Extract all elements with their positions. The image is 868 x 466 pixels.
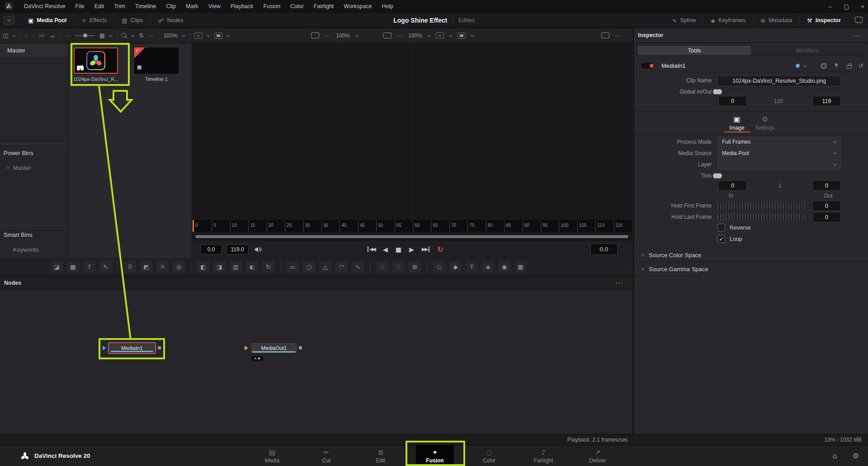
fusion-tool-icon[interactable]: ◨ [213, 261, 226, 273]
grid-view-icon[interactable]: ▦ [99, 32, 105, 39]
chevron-down-icon[interactable] [109, 33, 113, 37]
nodes-options-icon[interactable]: ··· [616, 280, 624, 286]
slider-handle-out[interactable] [713, 89, 718, 94]
fusion-tool-icon[interactable] [191, 262, 191, 273]
more-options-icon[interactable]: ··· [615, 32, 621, 39]
chevron-down-icon[interactable] [131, 33, 135, 37]
panel-toggle-button[interactable]: ⊛ Metadata [753, 13, 799, 28]
hold-last-frame-track[interactable] [717, 213, 807, 221]
mediain-input-port[interactable] [103, 346, 106, 350]
current-time-field[interactable]: 0.0 [200, 245, 222, 254]
fusion-tool-icon[interactable]: ◪ [51, 261, 63, 273]
maximize-button[interactable]: ▢ [844, 3, 849, 10]
node-enable-toggle[interactable] [640, 62, 655, 69]
tab-settings[interactable]: ⚙ Settings [749, 115, 781, 131]
more-options-icon[interactable]: ··· [65, 32, 71, 39]
relink-icon[interactable]: ⋈ [39, 32, 45, 39]
panel-toggle-button[interactable]: ▥ Clips [114, 13, 150, 28]
fusion-tool-icon[interactable]: ✎ [99, 261, 112, 273]
annotation-a-icon[interactable]: A [436, 33, 444, 39]
chevron-down-icon[interactable] [181, 33, 185, 37]
global-out-field[interactable]: 119 [812, 96, 841, 106]
back-icon[interactable]: ‹ [25, 32, 27, 39]
timeline-ruler[interactable]: 0510152025303540455055606570758085909510… [192, 220, 632, 232]
reset-icon[interactable]: ↺ [859, 62, 863, 69]
fusion-tool-icon[interactable] [280, 262, 281, 273]
loop-checkbox[interactable]: ✓ [717, 235, 725, 243]
speaker-icon[interactable] [255, 246, 263, 253]
trim-out-field[interactable]: 0 [812, 180, 841, 191]
home-icon[interactable]: ⌂ [833, 452, 837, 460]
fusion-tool-icon[interactable]: ○ [303, 261, 315, 273]
play-button[interactable]: ▶ [409, 246, 414, 253]
node-thumbnail-badge[interactable] [251, 356, 263, 361]
page-button[interactable]: ≣ Edit [362, 445, 400, 466]
timeline-thumbnail[interactable]: ✓ ▦ [134, 47, 179, 74]
mediaout-input-port[interactable] [245, 346, 248, 350]
chevron-right-icon[interactable] [6, 166, 9, 169]
thumbnail-size-slider[interactable] [75, 35, 95, 36]
lock-open-icon[interactable] [846, 63, 851, 69]
reverse-checkbox[interactable] [717, 224, 725, 231]
fusion-tool-icon[interactable]: ⠿ [124, 261, 136, 273]
fusion-tool-icon[interactable]: ☼ [156, 261, 169, 273]
menu-item[interactable]: Timeline [130, 0, 161, 13]
scrollbar-thumb[interactable] [195, 235, 628, 238]
fusion-tool-icon[interactable]: ◠ [335, 261, 348, 273]
layer-select[interactable] [717, 160, 841, 169]
more-options-icon[interactable]: ··· [397, 32, 403, 39]
cloud-sync-icon[interactable]: ☁ [49, 32, 55, 39]
menu-item[interactable]: Edit [90, 0, 109, 13]
page-button[interactable]: ▤ Media [253, 445, 291, 466]
power-bins-master-item[interactable]: Master [0, 165, 68, 171]
single-viewer-icon[interactable] [383, 33, 392, 38]
search-icon[interactable] [122, 33, 127, 38]
sort-icon[interactable]: ⇅ [139, 32, 144, 39]
menu-item[interactable]: Fairlight [309, 0, 339, 13]
menu-item[interactable]: Clip [161, 0, 181, 13]
more-options-icon[interactable]: ··· [325, 32, 330, 39]
menu-item[interactable]: Trim [109, 0, 130, 13]
more-options-icon[interactable]: ··· [148, 32, 154, 39]
fill-box-icon[interactable] [458, 33, 466, 39]
fill-box-icon[interactable] [214, 33, 222, 39]
fusion-tool-icon[interactable]: ⊞ [409, 261, 421, 273]
loop-playback-icon[interactable]: ↻ [437, 245, 443, 254]
chevron-down-icon[interactable] [226, 33, 230, 37]
fusion-tool-icon[interactable]: ◆ [449, 261, 462, 273]
menu-item[interactable]: Playback [226, 0, 259, 13]
chevron-down-icon[interactable] [470, 33, 474, 37]
fusion-tool-icon[interactable]: ▭ [287, 261, 299, 273]
menu-item[interactable]: Fusion [258, 0, 285, 13]
duration-field[interactable]: 119.0 [226, 245, 249, 254]
hold-first-frame-field[interactable]: 0 [812, 201, 841, 211]
master-bin-header[interactable]: Master [0, 43, 68, 58]
node-mediaout1[interactable]: MediaOut1 [250, 342, 298, 354]
chevron-down-icon[interactable] [448, 33, 452, 37]
single-viewer-icon[interactable] [311, 33, 319, 38]
fusion-tool-icon[interactable]: ▥ [230, 261, 242, 273]
fusion-tool-icon[interactable]: ◐ [246, 261, 258, 273]
clip-thumbnail-image[interactable]: ▲ [74, 47, 118, 74]
menu-item[interactable]: View [203, 0, 226, 13]
play-reverse-button[interactable]: ◀ [383, 246, 388, 253]
fusion-tool-icon[interactable]: ◇ [433, 261, 445, 273]
right-viewer-zoom-value[interactable]: 100% [408, 33, 422, 39]
chevron-down-icon[interactable] [12, 33, 16, 37]
mediaout-output-port[interactable] [299, 346, 302, 349]
slider-knob[interactable] [83, 33, 87, 38]
forward-icon[interactable]: › [32, 32, 34, 39]
trim-in-field[interactable]: 0 [718, 180, 747, 191]
tab-tools[interactable]: Tools [638, 46, 751, 55]
interface-toggle-button[interactable] [4, 16, 14, 25]
fusion-tool-icon[interactable]: ∿ [352, 261, 364, 273]
dual-screen-icon[interactable] [855, 17, 863, 23]
panel-toggle-button[interactable]: ☍ Nodes [150, 13, 190, 28]
node-mediain1[interactable]: MediaIn1 [108, 342, 156, 354]
media-source-select[interactable]: Media Pool [717, 148, 841, 158]
node-color-dot[interactable] [796, 64, 800, 68]
timeline-name-label[interactable]: Timeline 1 [127, 76, 186, 82]
pin-icon[interactable] [834, 63, 839, 69]
fusion-tool-icon[interactable]: ∵ [392, 261, 405, 273]
stop-button[interactable]: ■ [396, 246, 401, 253]
